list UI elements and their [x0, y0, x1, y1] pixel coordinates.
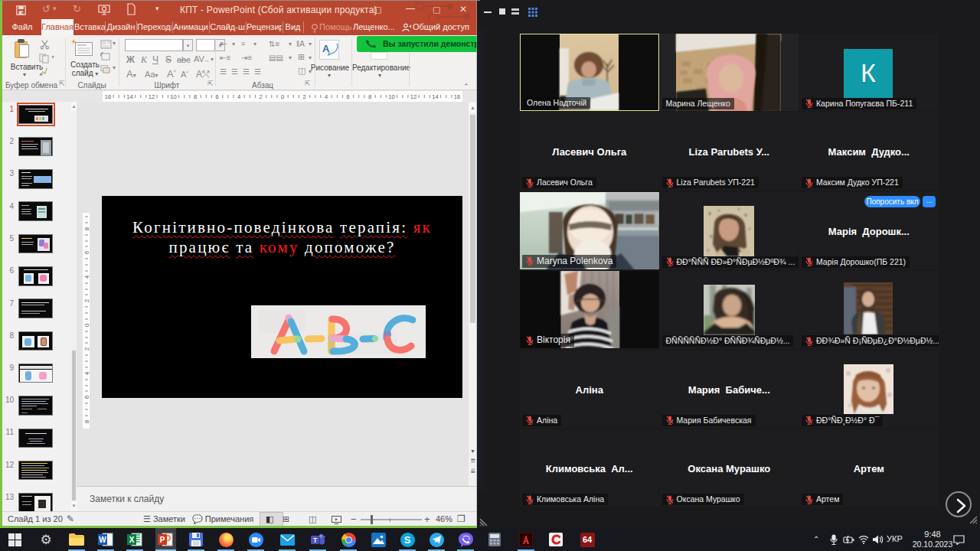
svg-text:4: 4	[83, 371, 90, 375]
svg-text:16: 16	[454, 93, 460, 100]
svg-text:0: 0	[281, 93, 284, 100]
svg-text:12: 12	[410, 93, 416, 100]
svg-text:T: T	[312, 536, 317, 544]
svg-text:2: 2	[83, 298, 90, 302]
svg-text:4: 4	[83, 275, 90, 279]
svg-text:X: X	[129, 536, 135, 544]
svg-text:14: 14	[432, 93, 438, 100]
svg-text:6: 6	[346, 93, 349, 100]
svg-text:12: 12	[149, 93, 155, 100]
svg-text:6: 6	[83, 395, 90, 399]
svg-text:6: 6	[83, 250, 90, 254]
svg-text:10: 10	[388, 93, 394, 100]
svg-text:14: 14	[126, 93, 132, 100]
svg-text:2: 2	[259, 93, 262, 100]
svg-text:4: 4	[325, 93, 328, 100]
svg-text:10: 10	[170, 93, 176, 100]
svg-text:16: 16	[105, 93, 111, 100]
svg-text:4: 4	[237, 93, 240, 100]
svg-text:8: 8	[194, 93, 197, 100]
svg-text:2: 2	[302, 93, 305, 100]
svg-text:2: 2	[83, 347, 90, 350]
svg-text:0: 0	[83, 323, 90, 327]
svg-text:8: 8	[83, 419, 90, 423]
svg-text:W: W	[99, 536, 106, 544]
svg-text:8: 8	[83, 227, 90, 230]
svg-text:P: P	[160, 536, 165, 544]
svg-text:6: 6	[215, 93, 218, 100]
svg-text:8: 8	[368, 93, 371, 100]
